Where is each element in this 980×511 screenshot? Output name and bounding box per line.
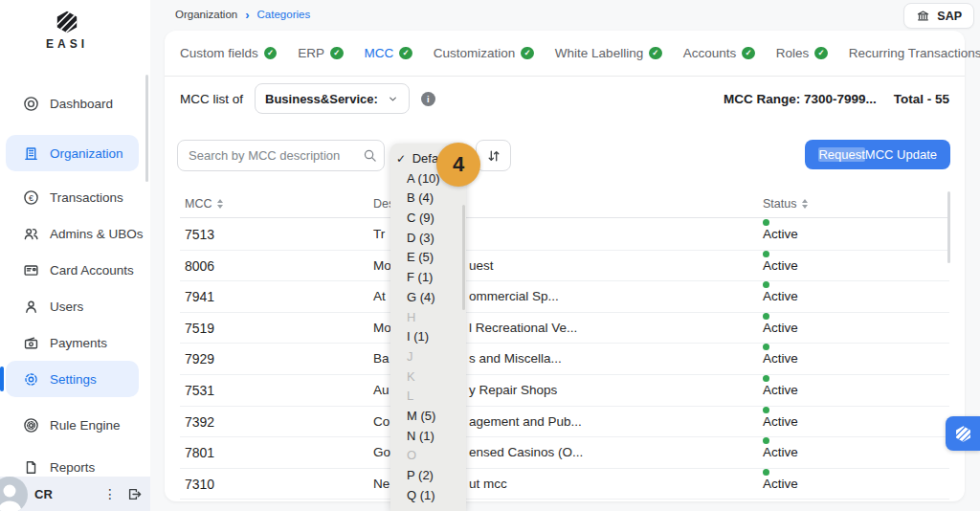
check-circle-icon: [814, 47, 828, 60]
request-mcc-update-button[interactable]: Request MCC Update: [805, 140, 950, 169]
breadcrumb-page[interactable]: Categories: [257, 9, 311, 20]
dropdown-item-i-1[interactable]: I (1): [390, 327, 466, 347]
dropdown-item-c-9[interactable]: C (9): [390, 209, 466, 229]
rule-engine-icon: [23, 417, 39, 433]
header-mcc[interactable]: MCC: [185, 197, 223, 211]
table-row[interactable]: 7531 Au y Repair Shops Active: [180, 375, 949, 407]
dropdown-item-g-4[interactable]: G (4): [390, 288, 466, 308]
check-circle-icon: [264, 47, 278, 60]
dashboard-icon: [23, 96, 39, 112]
search-box: [177, 140, 385, 171]
user-bar: CR ⋮: [0, 477, 150, 511]
brand-name: EASI: [46, 37, 88, 51]
dropdown-item-h[interactable]: H: [390, 308, 466, 328]
card-icon: [23, 262, 39, 278]
sidebar-item-card-accounts[interactable]: Card Accounts: [0, 252, 150, 288]
table-row[interactable]: 7392 Co agement and Pub... Active: [180, 407, 949, 438]
table-row[interactable]: 8006 Mo uest Active: [180, 251, 949, 282]
header-status[interactable]: Status: [763, 197, 808, 211]
sidebar-scrollbar[interactable]: [145, 75, 148, 182]
table-row[interactable]: 7801 Go ensed Casinos (O... Active: [180, 437, 949, 469]
tab-customization[interactable]: Customization: [434, 46, 534, 60]
table-header: MCC Description Status: [180, 195, 949, 218]
tab-white-labelling[interactable]: White Labelling: [555, 46, 662, 60]
sidebar-item-transactions[interactable]: € Transactions: [0, 179, 150, 215]
gear-icon: [23, 371, 39, 388]
sidebar-item-organization[interactable]: Organization: [6, 135, 139, 171]
breadcrumb: Organization › Categories: [175, 9, 310, 20]
sort-button[interactable]: [476, 140, 511, 171]
search-input[interactable]: [178, 148, 363, 163]
filter-row: MCC list of Business&Service: i MCC Rang…: [165, 77, 965, 121]
euro-icon: €: [23, 189, 39, 206]
mcc-list-value: Business&Service:: [265, 92, 378, 106]
tab-roles[interactable]: Roles: [776, 46, 828, 60]
search-icon: [363, 148, 377, 163]
avatar[interactable]: [0, 477, 28, 511]
dropdown-item-m-5[interactable]: M (5): [390, 407, 466, 427]
brand-hexagon-icon: [55, 10, 79, 34]
tab-mcc[interactable]: MCC: [365, 46, 412, 60]
check-circle-icon: [330, 47, 344, 60]
table-row[interactable]: 7929 Ba s and Miscella... Active: [180, 344, 949, 375]
dropdown-item-e-5[interactable]: E (5): [390, 248, 466, 268]
breadcrumb-section[interactable]: Organization: [175, 9, 237, 20]
info-icon[interactable]: i: [421, 92, 435, 106]
sidebar-item-users[interactable]: Users: [0, 288, 150, 324]
brand-fab-button[interactable]: [946, 416, 980, 451]
sidebar: EASI Dashboard Organization € Transactio…: [0, 0, 150, 511]
table-scrollbar[interactable]: [947, 191, 950, 263]
dropdown-item-n-1[interactable]: N (1): [390, 427, 466, 447]
sidebar-item-rule-engine[interactable]: Rule Engine: [0, 407, 150, 443]
chevron-down-icon: [387, 93, 399, 105]
dropdown-item-q-1[interactable]: Q (1): [390, 486, 466, 506]
mcc-range-label: MCC Range: 7300-7999...: [724, 92, 877, 106]
user-icon: [23, 299, 39, 315]
table-row[interactable]: 7519 Mo l Recreational Ve... Active: [180, 313, 949, 344]
dropdown-item-b-4[interactable]: B (4): [390, 189, 466, 209]
annotation-step-badge: 4: [436, 143, 480, 187]
filter-left: MCC list of Business&Service: i: [180, 83, 435, 114]
dropdown-item-o[interactable]: O: [390, 446, 466, 466]
mcc-list-select[interactable]: Business&Service:: [255, 83, 410, 114]
dropdown-item-j[interactable]: J: [390, 347, 466, 367]
table-row[interactable]: 7310 Ne ut mcc Active: [180, 469, 949, 500]
tab-custom-fields[interactable]: Custom fields: [180, 46, 277, 60]
payments-icon: [23, 335, 39, 351]
sidebar-item-payments[interactable]: Payments: [0, 324, 150, 361]
table-row[interactable]: 7941 At ommercial Sp... Active: [180, 281, 949, 313]
sort-indicator-icon: [802, 199, 808, 209]
brand-hexagon-icon: [954, 425, 972, 443]
sidebar-item-settings[interactable]: Settings: [6, 361, 139, 397]
sap-button[interactable]: SAP: [903, 3, 974, 29]
more-menu-icon[interactable]: ⋮: [100, 486, 121, 501]
dropdown-item-d-3[interactable]: D (3): [390, 229, 466, 249]
logout-icon[interactable]: [126, 486, 143, 502]
check-icon: ✓: [396, 152, 406, 166]
table-row[interactable]: 7513 Tr Active: [180, 219, 949, 251]
sort-indicator-icon: [217, 199, 223, 209]
dropdown-item-p-2[interactable]: P (2): [390, 466, 466, 486]
dropdown-scrollbar[interactable]: [462, 205, 465, 310]
dropdown-item-l[interactable]: L: [390, 387, 466, 407]
tab-erp[interactable]: ERP: [298, 46, 343, 60]
tab-accounts[interactable]: Accounts: [683, 46, 755, 60]
dropdown-item-k[interactable]: K: [390, 367, 466, 388]
app-root: EASI Dashboard Organization € Transactio…: [0, 0, 980, 511]
sort-arrows-icon: [486, 148, 501, 164]
sidebar-item-admins-ubos[interactable]: Admins & UBOs: [0, 215, 150, 252]
user-initials: CR: [34, 487, 53, 501]
sidebar-item-dashboard[interactable]: Dashboard: [0, 85, 150, 122]
tab-bar: Custom fields ERP MCC Customization Whit…: [165, 31, 965, 77]
bank-icon: [916, 9, 930, 23]
check-circle-icon: [399, 47, 412, 60]
check-circle-icon: [649, 47, 662, 60]
svg-text:€: €: [29, 192, 33, 202]
filter-right: MCC Range: 7300-7999... Total - 55: [724, 92, 949, 106]
tab-recurring-transactions[interactable]: Recurring Transactions: [849, 46, 980, 60]
mcc-list-label: MCC list of: [180, 92, 243, 106]
dropdown-item-f-1[interactable]: F (1): [390, 268, 466, 288]
people-icon: [23, 226, 39, 242]
request-label-highlight: Request: [818, 147, 864, 162]
check-circle-icon: [521, 47, 534, 60]
